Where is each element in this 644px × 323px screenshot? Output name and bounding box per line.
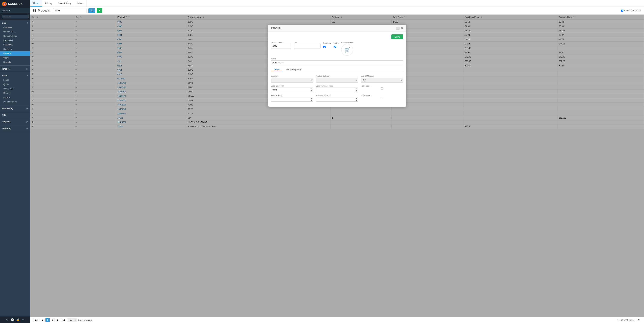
base-purchase-price-down[interactable]: ▼ (355, 90, 358, 92)
sidebar-section-data-header[interactable]: Data ▾ (0, 21, 30, 25)
sidebar-section-sales-label: Sales (2, 74, 7, 77)
inventory-checkbox[interactable] (323, 46, 326, 48)
sidebar-section-finance-header[interactable]: Finance ▶ (0, 66, 30, 71)
sidebar-item-product-files[interactable]: Product Files (0, 30, 30, 34)
sidebar-section-finance-label: Finance (2, 68, 10, 70)
base-sale-price-up[interactable]: ▲ (310, 88, 313, 90)
sidebar-item-companies-list[interactable]: Companies List (0, 34, 30, 38)
reorder-point-up[interactable]: ▲ (310, 97, 313, 100)
modal-close-icon[interactable]: ✕ (401, 26, 403, 30)
only-show-active-text: Only Show Active (624, 10, 641, 12)
pag-prev-btn[interactable]: ◀ (40, 318, 44, 322)
unit-of-measure-select[interactable]: EA EACH BOX CASE (361, 78, 403, 82)
sidebar-item-work-order[interactable]: Work Order (0, 86, 30, 91)
maximum-quantity-down[interactable]: ▼ (355, 100, 358, 102)
name-group: Name (271, 58, 403, 65)
search-button[interactable]: 🔍 (88, 8, 95, 13)
suppliers-select[interactable] (271, 78, 313, 82)
maximum-quantity-input[interactable] (316, 97, 355, 102)
toolbar: 92 Products 🔍 + Only Show Active (30, 7, 644, 14)
sidebar-item-uploads[interactable]: Uploads (0, 60, 30, 64)
is-serialized-group: Is Serialized (361, 94, 403, 102)
logo-text: SANDBOX (8, 2, 23, 6)
sidebar-section-sales-header[interactable]: Sales ▾ (0, 73, 30, 78)
clock-icon[interactable]: 🕐 (11, 318, 14, 321)
logout-icon[interactable]: ➡ (22, 318, 24, 321)
base-purchase-price-input[interactable] (316, 88, 355, 92)
pag-last-btn[interactable]: ▶▶ (61, 318, 67, 322)
modal-tab-tax-exemptions[interactable]: Tax Exemptions (283, 67, 304, 72)
sidebar-section-pos-header[interactable]: POS (0, 113, 30, 117)
items-per-page-label: items per page (78, 319, 92, 321)
reorder-point-down[interactable]: ▼ (310, 100, 313, 102)
sidebar-item-suppliers[interactable]: Suppliers (0, 47, 30, 51)
has-recipe-checkbox[interactable] (361, 88, 403, 90)
pag-page-1[interactable]: 1 (46, 318, 50, 322)
tab-pricing[interactable]: Pricing (42, 0, 55, 6)
sidebar-section-purchasing-header[interactable]: Purchasing ▶ (0, 106, 30, 111)
sidebar-item-product-return[interactable]: Product Return (0, 100, 30, 104)
only-show-active-checkbox[interactable] (621, 10, 623, 12)
reorder-point-input[interactable] (271, 97, 310, 102)
product-category-select[interactable] (316, 78, 358, 82)
sidebar-item-customers[interactable]: Customers (0, 42, 30, 47)
settings-icon[interactable]: ⚙ (6, 318, 8, 321)
sidebar-item-leads[interactable]: Leads (0, 78, 30, 82)
sidebar-item-delivery[interactable]: Delivery (0, 91, 30, 95)
active-checkbox[interactable] (334, 46, 336, 48)
maximum-quantity-up[interactable]: ▲ (355, 97, 358, 100)
modal-header: Product ⬜ ✕ (268, 25, 406, 32)
upc-input[interactable] (294, 44, 321, 48)
pag-first-btn[interactable]: ◀◀ (33, 318, 39, 322)
sidebar-item-overview[interactable]: Overview (0, 25, 30, 30)
pagination: ◀◀ ◀ 1 2 ▶ ▶▶ 25 50 100 items per page 1… (30, 317, 644, 323)
sidebar-item-people-list[interactable]: People List (0, 38, 30, 42)
chevron-right-icon-inventory: ▶ (26, 127, 28, 130)
product-category-label: Product Category (316, 75, 358, 77)
refresh-btn[interactable]: ↻ (636, 318, 641, 322)
tab-labels[interactable]: Labels (74, 0, 86, 6)
sidebar-section-purchasing: Purchasing ▶ (0, 105, 30, 112)
base-sale-price-down[interactable]: ▼ (310, 90, 313, 92)
add-product-button[interactable]: + (97, 8, 102, 13)
product-image-placeholder[interactable]: 🛒 (341, 44, 353, 56)
modal-fields-row1: Product Number UPC Inventory Active (271, 41, 403, 56)
demo-selector[interactable]: Demo ▾ (0, 8, 30, 13)
sidebar-item-products[interactable]: Products (0, 51, 30, 56)
modal-tab-details[interactable]: Details (271, 67, 283, 72)
name-input[interactable] (271, 60, 403, 65)
top-nav: Home Pricing Sales Pricing Labels (30, 0, 644, 7)
pag-page-2[interactable]: 2 (51, 318, 55, 322)
sidebar-section-purchasing-label: Purchasing (2, 107, 13, 110)
sidebar-item-quote[interactable]: Quote (0, 82, 30, 86)
pag-next-btn[interactable]: ▶ (56, 318, 60, 322)
tab-sales-pricing[interactable]: Sales Pricing (55, 0, 74, 6)
sidebar-section-inventory-header[interactable]: Inventory ▶ (0, 126, 30, 131)
sidebar-item-invoice[interactable]: Invoice (0, 95, 30, 100)
save-button[interactable]: Save (392, 34, 403, 39)
base-sale-price-spin: ▲ ▼ (271, 88, 313, 92)
product-search-input[interactable] (53, 8, 87, 13)
modal-overlay: Product ⬜ ✕ Save Product Number (30, 14, 644, 317)
chevron-down-icon-sales: ▾ (27, 74, 28, 77)
sidebar-section-projects-header[interactable]: Projects ▶ (0, 120, 30, 124)
tab-home[interactable]: Home (30, 0, 42, 6)
demo-label: Demo (2, 10, 8, 12)
sidebar-search-input[interactable] (2, 14, 28, 18)
only-show-active-label: Only Show Active (621, 10, 641, 12)
chevron-down-icon: ▾ (9, 10, 10, 12)
sidebar-item-users[interactable]: Users (0, 56, 30, 60)
items-per-page-select[interactable]: 25 50 100 (68, 318, 77, 322)
base-sale-price-input[interactable] (271, 88, 310, 92)
base-purchase-price-group: Base Purchase Price ▲ ▼ (316, 85, 358, 92)
main-content: Home Pricing Sales Pricing Labels 92 Pro… (30, 0, 644, 323)
is-serialized-checkbox[interactable] (361, 97, 403, 99)
sidebar: 🎯 SANDBOX Demo ▾ Data ▾ Overview Product… (0, 0, 30, 323)
lock-icon[interactable]: 🔒 (16, 318, 20, 321)
product-number-group: Product Number (271, 41, 291, 48)
modal-expand-icon[interactable]: ⬜ (396, 26, 400, 30)
product-number-input[interactable] (271, 44, 291, 48)
base-purchase-price-up[interactable]: ▲ (355, 88, 358, 90)
reorder-point-group: Reorder Point ▲ ▼ (271, 94, 313, 102)
reorder-point-spinbtns: ▲ ▼ (310, 97, 313, 102)
